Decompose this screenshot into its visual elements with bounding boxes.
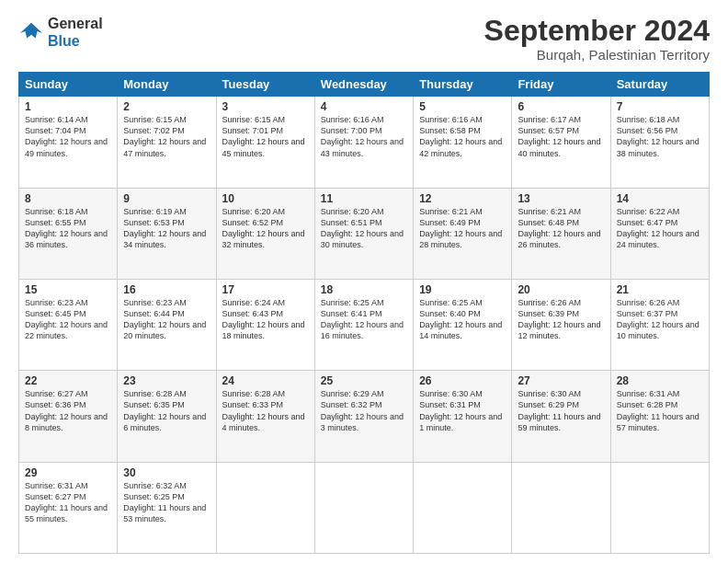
- cell-text: Sunrise: 6:22 AMSunset: 6:47 PMDaylight:…: [617, 207, 700, 249]
- table-row: 23Sunrise: 6:28 AMSunset: 6:35 PMDayligh…: [118, 371, 216, 462]
- table-row: 13Sunrise: 6:21 AMSunset: 6:48 PMDayligh…: [512, 188, 610, 279]
- page: General Blue September 2024 Burqah, Pale…: [0, 0, 728, 563]
- table-row: 17Sunrise: 6:24 AMSunset: 6:43 PMDayligh…: [216, 279, 314, 370]
- day-number: 27: [518, 374, 604, 387]
- table-row: 9Sunrise: 6:19 AMSunset: 6:53 PMDaylight…: [118, 188, 216, 279]
- day-number: 28: [617, 374, 703, 387]
- cell-text: Sunrise: 6:25 AMSunset: 6:40 PMDaylight:…: [419, 298, 502, 340]
- table-row: 11Sunrise: 6:20 AMSunset: 6:51 PMDayligh…: [314, 188, 413, 279]
- cell-text: Sunrise: 6:25 AMSunset: 6:41 PMDaylight:…: [321, 298, 404, 340]
- day-number: 12: [419, 192, 506, 205]
- cell-text: Sunrise: 6:16 AMSunset: 7:00 PMDaylight:…: [321, 115, 404, 157]
- table-row: 10Sunrise: 6:20 AMSunset: 6:52 PMDayligh…: [216, 188, 314, 279]
- cell-text: Sunrise: 6:23 AMSunset: 6:45 PMDaylight:…: [25, 298, 108, 340]
- cell-text: Sunrise: 6:30 AMSunset: 6:29 PMDaylight:…: [518, 389, 600, 431]
- cell-text: Sunrise: 6:15 AMSunset: 7:01 PMDaylight:…: [222, 115, 305, 157]
- logo-text: General Blue: [48, 15, 103, 50]
- day-number: 24: [222, 374, 309, 387]
- cell-text: Sunrise: 6:21 AMSunset: 6:49 PMDaylight:…: [419, 207, 502, 249]
- table-row: 14Sunrise: 6:22 AMSunset: 6:47 PMDayligh…: [610, 188, 709, 279]
- day-number: 15: [25, 283, 111, 296]
- day-number: 8: [25, 192, 111, 205]
- cell-text: Sunrise: 6:15 AMSunset: 7:02 PMDaylight:…: [123, 115, 206, 157]
- main-title: September 2024: [484, 15, 710, 47]
- table-row: 2Sunrise: 6:15 AMSunset: 7:02 PMDaylight…: [118, 97, 216, 188]
- day-number: 7: [617, 100, 703, 113]
- col-tuesday: Tuesday: [216, 73, 314, 97]
- header: General Blue September 2024 Burqah, Pale…: [18, 15, 710, 63]
- day-number: 19: [419, 283, 506, 296]
- table-row: 8Sunrise: 6:18 AMSunset: 6:55 PMDaylight…: [19, 188, 118, 279]
- day-number: 23: [123, 374, 210, 387]
- day-number: 22: [25, 374, 111, 387]
- table-row: 29Sunrise: 6:31 AMSunset: 6:27 PMDayligh…: [19, 462, 118, 553]
- table-row: 12Sunrise: 6:21 AMSunset: 6:49 PMDayligh…: [414, 188, 512, 279]
- title-block: September 2024 Burqah, Palestinian Terri…: [484, 15, 710, 63]
- day-number: 13: [518, 192, 604, 205]
- cell-text: Sunrise: 6:28 AMSunset: 6:35 PMDaylight:…: [123, 389, 206, 431]
- day-number: 14: [617, 192, 703, 205]
- day-number: 18: [321, 283, 407, 296]
- col-friday: Friday: [512, 73, 610, 97]
- cell-text: Sunrise: 6:24 AMSunset: 6:43 PMDaylight:…: [222, 298, 305, 340]
- table-row: [610, 462, 709, 553]
- cell-text: Sunrise: 6:28 AMSunset: 6:33 PMDaylight:…: [222, 389, 305, 431]
- day-number: 6: [518, 100, 604, 113]
- cell-text: Sunrise: 6:32 AMSunset: 6:25 PMDaylight:…: [123, 481, 206, 523]
- table-row: 22Sunrise: 6:27 AMSunset: 6:36 PMDayligh…: [19, 371, 118, 462]
- col-saturday: Saturday: [610, 73, 709, 97]
- table-row: [512, 462, 610, 553]
- cell-text: Sunrise: 6:20 AMSunset: 6:51 PMDaylight:…: [321, 207, 404, 249]
- day-number: 17: [222, 283, 309, 296]
- table-row: 24Sunrise: 6:28 AMSunset: 6:33 PMDayligh…: [216, 371, 314, 462]
- table-row: 7Sunrise: 6:18 AMSunset: 6:56 PMDaylight…: [610, 97, 709, 188]
- table-row: 30Sunrise: 6:32 AMSunset: 6:25 PMDayligh…: [118, 462, 216, 553]
- day-number: 11: [321, 192, 407, 205]
- table-row: 18Sunrise: 6:25 AMSunset: 6:41 PMDayligh…: [314, 279, 413, 370]
- cell-text: Sunrise: 6:29 AMSunset: 6:32 PMDaylight:…: [321, 389, 404, 431]
- table-row: 6Sunrise: 6:17 AMSunset: 6:57 PMDaylight…: [512, 97, 610, 188]
- table-row: 19Sunrise: 6:25 AMSunset: 6:40 PMDayligh…: [414, 279, 512, 370]
- day-number: 4: [321, 100, 407, 113]
- calendar-table: Sunday Monday Tuesday Wednesday Thursday…: [18, 72, 710, 554]
- table-row: 1Sunrise: 6:14 AMSunset: 7:04 PMDaylight…: [19, 97, 118, 188]
- cell-text: Sunrise: 6:20 AMSunset: 6:52 PMDaylight:…: [222, 207, 305, 249]
- cell-text: Sunrise: 6:26 AMSunset: 6:37 PMDaylight:…: [617, 298, 700, 340]
- cell-text: Sunrise: 6:27 AMSunset: 6:36 PMDaylight:…: [25, 389, 108, 431]
- table-row: 25Sunrise: 6:29 AMSunset: 6:32 PMDayligh…: [314, 371, 413, 462]
- day-number: 30: [123, 466, 210, 479]
- day-number: 21: [617, 283, 703, 296]
- table-row: 3Sunrise: 6:15 AMSunset: 7:01 PMDaylight…: [216, 97, 314, 188]
- table-row: [314, 462, 413, 553]
- logo-icon: [18, 19, 44, 45]
- col-thursday: Thursday: [414, 73, 512, 97]
- logo: General Blue: [18, 15, 103, 50]
- day-number: 29: [25, 466, 111, 479]
- day-number: 16: [123, 283, 210, 296]
- col-monday: Monday: [118, 73, 216, 97]
- table-row: 4Sunrise: 6:16 AMSunset: 7:00 PMDaylight…: [314, 97, 413, 188]
- cell-text: Sunrise: 6:16 AMSunset: 6:58 PMDaylight:…: [419, 115, 502, 157]
- subtitle: Burqah, Palestinian Territory: [484, 47, 710, 63]
- cell-text: Sunrise: 6:30 AMSunset: 6:31 PMDaylight:…: [419, 389, 502, 431]
- table-row: 27Sunrise: 6:30 AMSunset: 6:29 PMDayligh…: [512, 371, 610, 462]
- table-row: 5Sunrise: 6:16 AMSunset: 6:58 PMDaylight…: [414, 97, 512, 188]
- table-row: 21Sunrise: 6:26 AMSunset: 6:37 PMDayligh…: [610, 279, 709, 370]
- cell-text: Sunrise: 6:21 AMSunset: 6:48 PMDaylight:…: [518, 207, 600, 249]
- table-row: [414, 462, 512, 553]
- table-row: 15Sunrise: 6:23 AMSunset: 6:45 PMDayligh…: [19, 279, 118, 370]
- table-row: 20Sunrise: 6:26 AMSunset: 6:39 PMDayligh…: [512, 279, 610, 370]
- day-number: 25: [321, 374, 407, 387]
- day-number: 10: [222, 192, 309, 205]
- cell-text: Sunrise: 6:23 AMSunset: 6:44 PMDaylight:…: [123, 298, 206, 340]
- svg-marker-0: [20, 23, 42, 39]
- day-number: 5: [419, 100, 506, 113]
- day-number: 20: [518, 283, 604, 296]
- cell-text: Sunrise: 6:26 AMSunset: 6:39 PMDaylight:…: [518, 298, 600, 340]
- day-number: 1: [25, 100, 111, 113]
- cell-text: Sunrise: 6:18 AMSunset: 6:56 PMDaylight:…: [617, 115, 700, 157]
- table-row: [216, 462, 314, 553]
- cell-text: Sunrise: 6:31 AMSunset: 6:27 PMDaylight:…: [25, 481, 108, 523]
- cell-text: Sunrise: 6:14 AMSunset: 7:04 PMDaylight:…: [25, 115, 108, 157]
- day-number: 3: [222, 100, 309, 113]
